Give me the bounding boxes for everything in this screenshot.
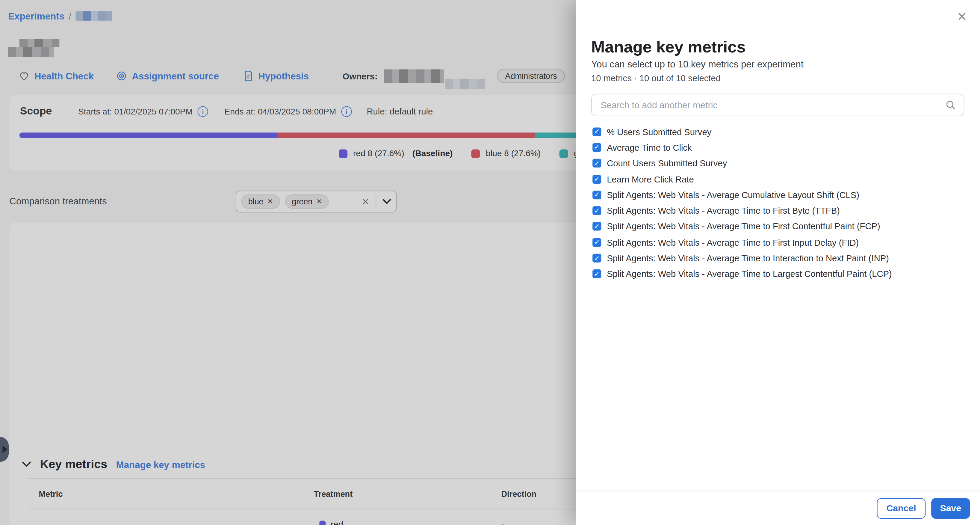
metric-option[interactable]: ✓% Users Submitted Survey bbox=[592, 124, 965, 140]
checkbox-checked-icon[interactable]: ✓ bbox=[592, 159, 601, 168]
checkbox-checked-icon[interactable]: ✓ bbox=[592, 128, 601, 136]
metric-option[interactable]: ✓Split Agents: Web Vitals - Average Time… bbox=[592, 250, 965, 266]
metric-checkbox-list: ✓% Users Submitted Survey ✓Average Time … bbox=[592, 124, 965, 282]
checkbox-checked-icon[interactable]: ✓ bbox=[592, 175, 601, 184]
save-button[interactable]: Save bbox=[931, 498, 970, 519]
metric-option[interactable]: ✓Split Agents: Web Vitals - Average Time… bbox=[592, 235, 965, 250]
checkbox-checked-icon[interactable]: ✓ bbox=[592, 254, 601, 263]
checkbox-checked-icon[interactable]: ✓ bbox=[592, 222, 601, 231]
search-icon bbox=[945, 99, 956, 111]
metric-search-box bbox=[591, 94, 964, 116]
manage-key-metrics-drawer: ✕ Manage key metrics You can select up t… bbox=[576, 0, 980, 525]
metric-option[interactable]: ✓Count Users Submitted Survey bbox=[592, 155, 965, 171]
app-window: Experiments / Health Check Assignment so… bbox=[0, 0, 980, 525]
metric-option[interactable]: ✓Split Agents: Web Vitals - Average Time… bbox=[592, 203, 965, 219]
metrics-count-status: 10 metrics · 10 out of 10 selected bbox=[591, 73, 721, 83]
metric-option[interactable]: ✓Split Agents: Web Vitals - Average Cumu… bbox=[592, 187, 965, 203]
checkbox-checked-icon[interactable]: ✓ bbox=[592, 206, 601, 215]
drawer-subtitle: You can select up to 10 key metrics per … bbox=[591, 59, 803, 69]
cancel-button[interactable]: Cancel bbox=[877, 498, 926, 519]
metric-search-input[interactable] bbox=[592, 100, 945, 110]
drawer-footer: Cancel Save bbox=[576, 490, 980, 525]
checkbox-checked-icon[interactable]: ✓ bbox=[592, 238, 601, 247]
metric-option[interactable]: ✓Average Time to Click bbox=[592, 140, 965, 156]
close-icon[interactable]: ✕ bbox=[957, 11, 967, 22]
metric-option[interactable]: ✓Split Agents: Web Vitals - Average Time… bbox=[592, 266, 965, 282]
metric-option[interactable]: ✓Split Agents: Web Vitals - Average Time… bbox=[592, 219, 965, 235]
checkbox-checked-icon[interactable]: ✓ bbox=[592, 143, 601, 152]
checkbox-checked-icon[interactable]: ✓ bbox=[592, 191, 601, 199]
checkbox-checked-icon[interactable]: ✓ bbox=[592, 270, 601, 278]
drawer-title: Manage key metrics bbox=[591, 37, 746, 57]
metric-option[interactable]: ✓Learn More Click Rate bbox=[592, 171, 965, 187]
